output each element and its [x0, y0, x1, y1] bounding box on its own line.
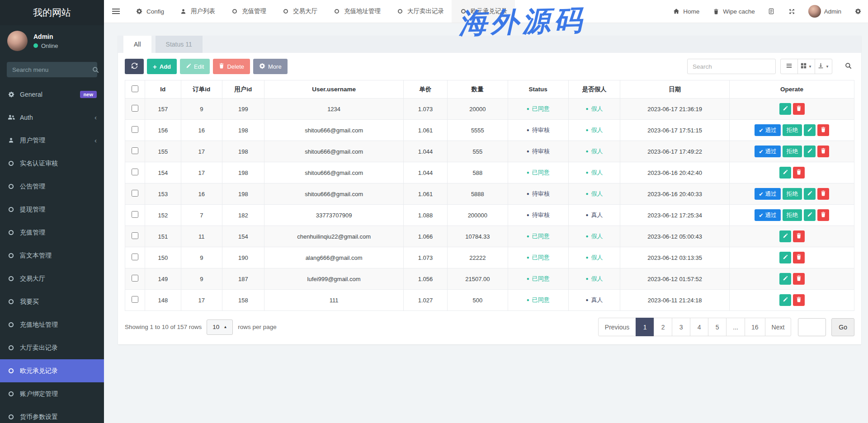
sidebar-item-3[interactable]: 实名认证审核	[0, 152, 104, 175]
page-previous[interactable]: Previous	[598, 318, 636, 336]
row-checkbox[interactable]	[132, 232, 138, 239]
sidebar-item-11[interactable]: 大厅卖出记录	[0, 336, 104, 359]
row-delete-button[interactable]	[817, 124, 829, 136]
page-ellipsis[interactable]: ...	[726, 318, 745, 336]
row-delete-button[interactable]	[817, 188, 829, 200]
column-header[interactable]: 订单id	[181, 80, 222, 99]
column-header[interactable]: 日期	[620, 80, 730, 99]
row-delete-button[interactable]	[793, 103, 805, 115]
approve-button[interactable]: ✔通过	[755, 124, 780, 136]
sidebar-item-12[interactable]: 欧元承兑记录	[0, 359, 104, 382]
sidebar-item-4[interactable]: 公告管理	[0, 175, 104, 198]
sidebar-item-9[interactable]: 我要买	[0, 290, 104, 313]
row-edit-button[interactable]	[779, 230, 791, 242]
sidebar-item-auth[interactable]: Auth‹	[0, 106, 104, 129]
tab-all[interactable]: All	[123, 36, 151, 53]
more-button[interactable]: More	[253, 59, 288, 74]
column-header[interactable]: User.username	[264, 80, 404, 99]
approve-button[interactable]: ✔通过	[755, 209, 780, 221]
row-edit-button[interactable]	[804, 124, 816, 136]
row-delete-button[interactable]	[793, 167, 805, 179]
row-delete-button[interactable]	[793, 273, 805, 285]
pagination-toggle-button[interactable]	[780, 59, 798, 74]
topbar-tab-2[interactable]: 充值管理	[223, 0, 274, 23]
page-1[interactable]: 1	[636, 318, 654, 336]
row-delete-button[interactable]	[817, 209, 829, 221]
reject-button[interactable]: 拒绝	[783, 209, 802, 221]
row-edit-button[interactable]	[804, 146, 816, 157]
sidebar-item-14[interactable]: 货币参数设置	[0, 405, 104, 423]
wipe-cache-button[interactable]: Wipe cache	[706, 0, 761, 23]
edit-button[interactable]: Edit	[180, 59, 210, 74]
table-search-input[interactable]	[687, 59, 776, 74]
delete-button[interactable]: Delete	[213, 59, 250, 74]
row-checkbox[interactable]	[132, 126, 138, 133]
topbar-tab-5[interactable]: 大厅卖出记录	[388, 0, 452, 23]
column-header[interactable]: Id	[145, 80, 181, 99]
sidebar-item-2[interactable]: 用户管理‹	[0, 129, 104, 152]
column-header[interactable]: Status	[508, 80, 568, 99]
sidebar-item-general[interactable]: Generalnew	[0, 83, 104, 106]
row-checkbox[interactable]	[132, 190, 138, 197]
row-edit-button[interactable]	[779, 294, 791, 306]
column-header[interactable]: 是否假人	[568, 80, 620, 99]
row-checkbox[interactable]	[132, 147, 138, 154]
hamburger-icon[interactable]	[104, 0, 127, 23]
page-16[interactable]: 16	[745, 318, 765, 336]
export-button[interactable]: ▼	[815, 59, 832, 74]
reject-button[interactable]: 拒绝	[783, 146, 802, 157]
row-edit-button[interactable]	[779, 252, 791, 263]
sidebar-search-input[interactable]	[12, 66, 92, 73]
topbar-tab-1[interactable]: 用户列表	[172, 0, 223, 23]
topbar-tab-6[interactable]: 欧元承兑记录	[452, 0, 515, 23]
topbar-tab-3[interactable]: 交易大厅	[274, 0, 325, 23]
column-header[interactable]: 数量	[447, 80, 508, 99]
page-next[interactable]: Next	[765, 318, 792, 336]
row-checkbox[interactable]	[132, 169, 138, 175]
add-button[interactable]: + Add	[147, 59, 177, 74]
row-checkbox[interactable]	[132, 105, 138, 112]
sidebar-item-7[interactable]: 富文本管理	[0, 244, 104, 267]
page-3[interactable]: 3	[672, 318, 690, 336]
tab-status[interactable]: Status 11	[156, 36, 203, 53]
row-edit-button[interactable]	[779, 103, 791, 115]
row-delete-button[interactable]	[793, 252, 805, 263]
column-header[interactable]: Operate	[730, 80, 854, 99]
user-menu[interactable]: Admin	[802, 0, 848, 23]
docs-button[interactable]	[761, 0, 782, 23]
topbar-tab-0[interactable]: Config	[127, 0, 172, 23]
page-2[interactable]: 2	[654, 318, 672, 336]
approve-button[interactable]: ✔通过	[755, 146, 780, 157]
sidebar-item-5[interactable]: 提现管理	[0, 198, 104, 221]
reject-button[interactable]: 拒绝	[783, 188, 802, 200]
column-header[interactable]: 单价	[404, 80, 448, 99]
settings-button[interactable]	[848, 0, 868, 23]
sidebar-item-6[interactable]: 充值管理	[0, 221, 104, 244]
refresh-button[interactable]	[125, 59, 144, 74]
sidebar-item-10[interactable]: 充值地址管理	[0, 313, 104, 336]
fullscreen-button[interactable]	[782, 0, 802, 23]
row-checkbox[interactable]	[132, 211, 138, 218]
row-edit-button[interactable]	[779, 167, 791, 179]
row-checkbox[interactable]	[132, 254, 138, 260]
row-edit-button[interactable]	[804, 188, 816, 200]
row-checkbox[interactable]	[132, 275, 138, 282]
page-4[interactable]: 4	[690, 318, 708, 336]
page-5[interactable]: 5	[708, 318, 726, 336]
row-edit-button[interactable]	[779, 273, 791, 285]
row-delete-button[interactable]	[793, 294, 805, 306]
select-all-checkbox[interactable]	[132, 85, 138, 92]
page-jump-input[interactable]	[798, 318, 826, 336]
sidebar-item-13[interactable]: 账户绑定管理	[0, 382, 104, 405]
row-checkbox[interactable]	[132, 296, 138, 303]
row-delete-button[interactable]	[793, 230, 805, 242]
sidebar-item-8[interactable]: 交易大厅	[0, 267, 104, 290]
search-toggle-button[interactable]	[845, 62, 852, 70]
row-edit-button[interactable]	[804, 209, 816, 221]
row-delete-button[interactable]	[817, 146, 829, 157]
approve-button[interactable]: ✔通过	[755, 188, 780, 200]
topbar-tab-4[interactable]: 充值地址管理	[325, 0, 388, 23]
column-header[interactable]: 用户id	[222, 80, 264, 99]
columns-button[interactable]: ▼	[797, 59, 815, 74]
reject-button[interactable]: 拒绝	[783, 124, 802, 136]
